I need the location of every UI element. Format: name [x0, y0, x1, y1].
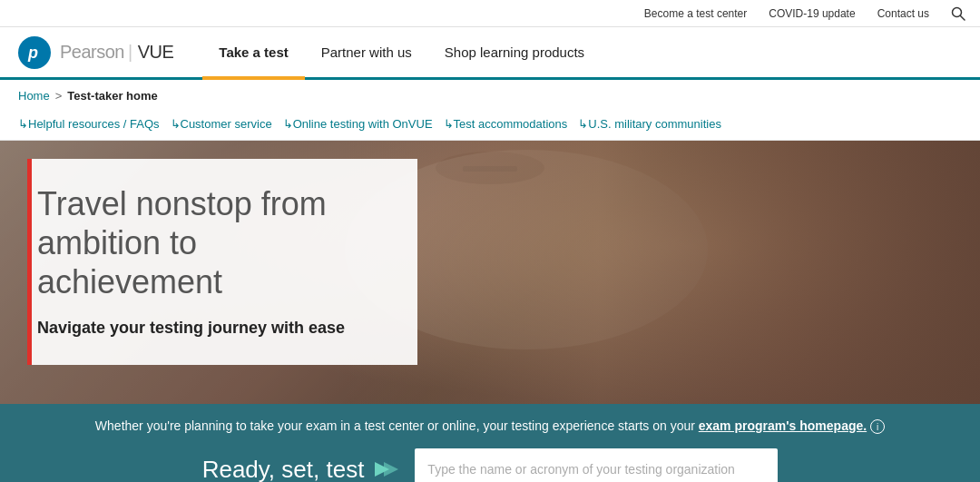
- info-bar-link[interactable]: exam program's homepage.: [699, 418, 867, 433]
- nav-shop-learning-products[interactable]: Shop learning products: [428, 27, 601, 77]
- sub-nav-helpful-resources[interactable]: ↳Helpful resources / FAQs: [18, 115, 171, 133]
- nav-links: Take a test Partner with us Shop learnin…: [202, 27, 601, 77]
- sub-nav-customer-service[interactable]: ↳Customer service: [171, 115, 283, 133]
- info-bar: Whether you're planning to take your exa…: [0, 404, 980, 448]
- arrow-icon: [371, 455, 400, 482]
- org-search-input[interactable]: [415, 448, 778, 482]
- ready-label: Ready, set, test: [202, 455, 401, 482]
- contact-us-link[interactable]: Contact us: [877, 7, 929, 20]
- info-bar-text: Whether you're planning to take your exa…: [95, 418, 699, 433]
- nav-take-a-test[interactable]: Take a test: [202, 27, 304, 77]
- svg-line-1: [961, 15, 965, 20]
- breadcrumb-current: Test-taker home: [67, 89, 157, 103]
- sub-nav-military-communities[interactable]: ↳U.S. military communities: [578, 115, 732, 133]
- covid-update-link[interactable]: COVID-19 update: [769, 7, 855, 20]
- sub-nav-online-testing[interactable]: ↳Online testing with OnVUE: [283, 115, 444, 133]
- hero-image-overlay: [345, 141, 980, 404]
- top-bar: Become a test center COVID-19 update Con…: [0, 0, 980, 27]
- nav-partner-with-us[interactable]: Partner with us: [305, 27, 428, 77]
- search-section: Ready, set, test: [0, 448, 980, 482]
- breadcrumb-separator: >: [55, 89, 63, 103]
- info-icon[interactable]: i: [870, 419, 885, 434]
- sub-nav-test-accommodations[interactable]: ↳Test accommodations: [444, 115, 579, 133]
- hero-title: Travel nonstop from ambition to achievem…: [37, 184, 390, 302]
- svg-marker-8: [384, 462, 398, 477]
- hero-subtitle: Navigate your testing journey with ease: [37, 317, 390, 339]
- hero-content-box: Travel nonstop from ambition to achievem…: [27, 159, 417, 365]
- become-test-center-link[interactable]: Become a test center: [644, 7, 747, 20]
- breadcrumb: Home > Test-taker home: [0, 80, 980, 112]
- search-icon[interactable]: [951, 6, 965, 21]
- sub-nav: ↳Helpful resources / FAQs ↳Customer serv…: [0, 112, 980, 141]
- ready-label-text: Ready, set, test: [202, 456, 365, 483]
- logo-icon: p: [18, 36, 51, 69]
- main-nav: p Pearson|VUE Take a test Partner with u…: [0, 27, 980, 80]
- logo[interactable]: p Pearson|VUE: [18, 36, 173, 69]
- logo-text: Pearson|VUE: [58, 42, 173, 63]
- svg-text:p: p: [27, 44, 38, 62]
- breadcrumb-home-link[interactable]: Home: [18, 89, 50, 103]
- hero-section: Travel nonstop from ambition to achievem…: [0, 141, 980, 404]
